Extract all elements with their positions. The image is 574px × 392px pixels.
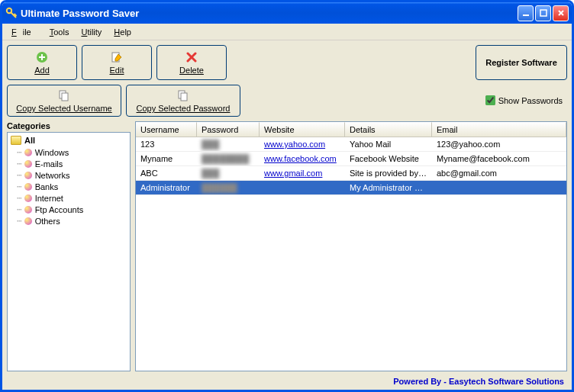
folder-icon: [11, 136, 21, 145]
window-buttons: [518, 5, 569, 21]
tree-item[interactable]: ⋯E-mails: [17, 158, 127, 169]
menu-utility[interactable]: Utility: [75, 26, 108, 38]
table-row[interactable]: ABC███www.gmail.comSite is provided by g…: [136, 166, 566, 181]
main-panel: Username Password Website Details Email …: [135, 121, 567, 371]
minimize-button[interactable]: [518, 5, 534, 21]
bulb-icon: [24, 172, 32, 179]
website-link[interactable]: www.gmail.com: [264, 169, 322, 178]
table-body: 123███www.yahoo.comYahoo Mail123@yahoo.c…: [136, 137, 566, 371]
tree-root-all[interactable]: All: [11, 136, 127, 145]
footer-link[interactable]: Powered By - Easytech Software Solutions: [393, 377, 564, 386]
password-table: Username Password Website Details Email …: [135, 121, 567, 371]
table-row[interactable]: 123███www.yahoo.comYahoo Mail123@yahoo.c…: [136, 137, 566, 152]
tree-item[interactable]: ⋯Networks: [17, 169, 127, 181]
toolbar: Add Edit Delete Register Software Copy S…: [2, 40, 572, 121]
category-tree[interactable]: All ⋯Windows⋯E-mails⋯Networks⋯Banks⋯Inte…: [7, 132, 131, 371]
tree-item[interactable]: ⋯Ftp Accounts: [17, 204, 127, 215]
delete-icon: [185, 50, 198, 64]
tree-item[interactable]: ⋯Banks: [17, 181, 127, 192]
add-icon: [36, 50, 48, 64]
add-button[interactable]: Add: [7, 45, 77, 80]
tree-item[interactable]: ⋯Internet: [17, 192, 127, 204]
col-website[interactable]: Website: [260, 122, 345, 137]
maximize-button[interactable]: [535, 5, 551, 21]
footer: Powered By - Easytech Software Solutions: [2, 373, 572, 390]
key-icon: [5, 7, 18, 19]
edit-icon: [111, 50, 123, 64]
show-passwords-input[interactable]: [485, 95, 495, 105]
sidebar-title: Categories: [7, 121, 131, 132]
copy-icon: [177, 88, 189, 102]
tree-item[interactable]: ⋯Windows: [17, 146, 127, 158]
bulb-icon: [24, 160, 32, 168]
app-window: Ultimate Password Saver File Tools Utili…: [0, 0, 574, 392]
svg-rect-2: [540, 10, 547, 16]
svg-rect-6: [62, 93, 68, 101]
window-title: Ultimate Password Saver: [21, 8, 518, 19]
menu-file[interactable]: File: [5, 26, 44, 38]
sidebar: Categories All ⋯Windows⋯E-mails⋯Networks…: [7, 121, 131, 371]
svg-rect-1: [523, 14, 529, 16]
tree-item[interactable]: ⋯Others: [17, 215, 127, 227]
menubar: File Tools Utility Help: [2, 24, 572, 40]
copy-username-button[interactable]: Copy Selected Username: [7, 85, 121, 117]
table-row[interactable]: Myname████████www.facebook.comFacebook W…: [136, 152, 566, 166]
col-email[interactable]: Email: [432, 122, 566, 137]
bulb-icon: [24, 206, 32, 214]
website-link[interactable]: www.yahoo.com: [264, 140, 325, 149]
copy-password-button[interactable]: Copy Selected Password: [126, 85, 240, 117]
menu-tools[interactable]: Tools: [44, 26, 76, 38]
show-passwords-checkbox[interactable]: Show Passwords: [485, 95, 563, 105]
svg-point-0: [7, 8, 11, 13]
table-header: Username Password Website Details Email: [136, 122, 566, 137]
edit-button[interactable]: Edit: [82, 45, 152, 80]
copy-icon: [58, 88, 70, 102]
svg-rect-8: [181, 93, 187, 101]
bulb-icon: [24, 149, 32, 156]
website-link[interactable]: www.facebook.com: [264, 154, 337, 163]
col-password[interactable]: Password: [197, 122, 260, 137]
col-username[interactable]: Username: [136, 122, 197, 137]
bulb-icon: [24, 194, 32, 202]
delete-button[interactable]: Delete: [156, 45, 227, 80]
bulb-icon: [24, 183, 32, 191]
table-row[interactable]: Administrator██████My Administrator User: [136, 181, 566, 195]
register-button[interactable]: Register Software: [476, 45, 567, 80]
menu-help[interactable]: Help: [108, 26, 137, 38]
col-details[interactable]: Details: [345, 122, 432, 137]
close-button[interactable]: [553, 5, 569, 21]
bulb-icon: [24, 217, 32, 225]
titlebar: Ultimate Password Saver: [2, 2, 572, 24]
